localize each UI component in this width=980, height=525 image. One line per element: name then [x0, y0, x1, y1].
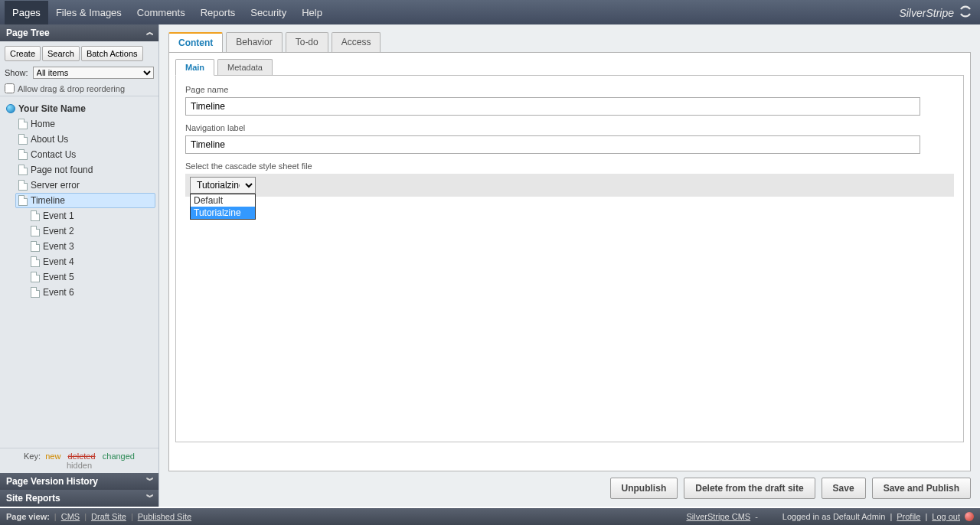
profile-link[interactable]: Profile: [897, 512, 920, 521]
css-select-label: Select the cascade style sheet file: [185, 161, 954, 171]
page-icon: [18, 180, 28, 191]
nav-help[interactable]: Help: [294, 1, 330, 24]
allow-dnd-label: Allow drag & drop reordering: [18, 84, 125, 93]
page-icon: [31, 226, 40, 236]
tree-item-timeline[interactable]: Timeline: [15, 193, 155, 208]
css-select[interactable]: Tutorialzine: [190, 177, 256, 194]
page-icon: [18, 165, 28, 175]
tree-key: Key: new deleted changed hidden: [0, 448, 158, 473]
globe-icon: [6, 104, 15, 113]
page-icon: [31, 210, 40, 221]
status-dot-icon: [965, 512, 974, 521]
nav-label-input[interactable]: [185, 135, 920, 154]
css-option-tutorialzine[interactable]: Tutorialzine: [191, 207, 255, 219]
page-icon: [31, 272, 40, 282]
page-icon: [31, 241, 40, 252]
brand: SilverStripe: [899, 5, 972, 21]
allow-dnd-checkbox[interactable]: [5, 83, 15, 93]
show-label: Show:: [5, 68, 28, 77]
nav-label-label: Navigation label: [185, 123, 954, 132]
content-subtabs: Main Metadata: [175, 59, 964, 76]
nav-reports[interactable]: Reports: [193, 1, 243, 24]
logged-in-text: Logged in as Default Admin: [782, 512, 886, 521]
page-view-label: Page view:: [6, 512, 50, 521]
page-tree-title: Page Tree: [6, 28, 50, 38]
site-reports-header[interactable]: Site Reports ︾: [0, 490, 158, 507]
search-button[interactable]: Search: [42, 46, 80, 61]
page-icon: [18, 134, 28, 145]
silverstripe-cms-link[interactable]: SilverStripe CMS: [686, 512, 750, 521]
tree-item-event-4[interactable]: Event 4: [28, 254, 155, 269]
logout-link[interactable]: Log out: [932, 512, 960, 521]
create-button[interactable]: Create: [5, 46, 41, 61]
subtab-main[interactable]: Main: [175, 59, 214, 76]
nav-security[interactable]: Security: [243, 1, 294, 24]
expand-icon: ︾: [146, 492, 154, 503]
batch-actions-button[interactable]: Batch Actions: [81, 46, 143, 61]
sidebar: Page Tree ︽ Create Search Batch Actions …: [0, 24, 159, 507]
subtab-metadata[interactable]: Metadata: [217, 59, 273, 76]
tree-item-event-3[interactable]: Event 3: [28, 239, 155, 254]
main-editor: Content Behavior To-do Access Main Metad…: [159, 24, 980, 507]
footer: Page view: | CMS | Draft Site | Publishe…: [0, 508, 980, 525]
nav-comments[interactable]: Comments: [129, 1, 193, 24]
delete-draft-button[interactable]: Delete from the draft site: [684, 478, 815, 499]
footer-dash: -: [755, 512, 758, 521]
page-tree-header[interactable]: Page Tree ︽: [0, 24, 158, 41]
page-icon: [18, 195, 28, 206]
tree-item-notfound[interactable]: Page not found: [15, 162, 155, 178]
tree-item-event-1[interactable]: Event 1: [28, 208, 155, 223]
tab-todo[interactable]: To-do: [286, 32, 328, 52]
css-select-dropdown: Default Tutorialzine: [190, 194, 256, 220]
site-name: Your Site Name: [18, 103, 86, 114]
save-publish-button[interactable]: Save and Publish: [872, 478, 971, 499]
page-icon: [18, 149, 28, 160]
page-name-input[interactable]: [185, 97, 920, 116]
tab-content[interactable]: Content: [168, 32, 223, 52]
page-icon: [31, 287, 40, 298]
page-tree: Your Site Name Home About Us Contact Us …: [0, 96, 158, 448]
brand-text: SilverStripe: [899, 7, 954, 19]
top-navigation: Pages Files & Images Comments Reports Se…: [0, 0, 980, 24]
pageview-published-link[interactable]: Published Site: [138, 512, 191, 521]
unpublish-button[interactable]: Unpublish: [610, 478, 678, 499]
show-filter-select[interactable]: All items: [33, 67, 154, 79]
tree-root[interactable]: Your Site Name: [3, 101, 155, 116]
tree-item-event-5[interactable]: Event 5: [28, 269, 155, 285]
tree-item-about[interactable]: About Us: [15, 132, 155, 147]
tree-item-event-6[interactable]: Event 6: [28, 285, 155, 300]
tree-toolbar: Create Search Batch Actions: [0, 41, 158, 64]
brand-logo-icon: [959, 5, 972, 21]
nav-files-images[interactable]: Files & Images: [48, 1, 129, 24]
tree-item-servererror[interactable]: Server error: [15, 178, 155, 193]
pageview-draft-link[interactable]: Draft Site: [91, 512, 126, 521]
pageview-cms-link[interactable]: CMS: [61, 512, 80, 521]
tree-item-event-2[interactable]: Event 2: [28, 223, 155, 239]
nav-pages[interactable]: Pages: [5, 1, 48, 24]
expand-icon: ︾: [146, 475, 154, 486]
save-button[interactable]: Save: [822, 478, 866, 499]
page-icon: [18, 119, 28, 129]
tab-behavior[interactable]: Behavior: [226, 32, 282, 52]
tab-access[interactable]: Access: [332, 32, 381, 52]
css-option-default[interactable]: Default: [191, 194, 255, 207]
collapse-icon: ︽: [146, 27, 154, 38]
editor-actions: Unpublish Delete from the draft site Sav…: [168, 471, 971, 502]
tree-item-home[interactable]: Home: [15, 116, 155, 132]
page-icon: [31, 256, 40, 267]
page-version-history-header[interactable]: Page Version History ︾: [0, 473, 158, 490]
page-name-label: Page name: [185, 85, 954, 94]
tree-item-contact[interactable]: Contact Us: [15, 147, 155, 162]
editor-tabs: Content Behavior To-do Access: [168, 32, 971, 52]
